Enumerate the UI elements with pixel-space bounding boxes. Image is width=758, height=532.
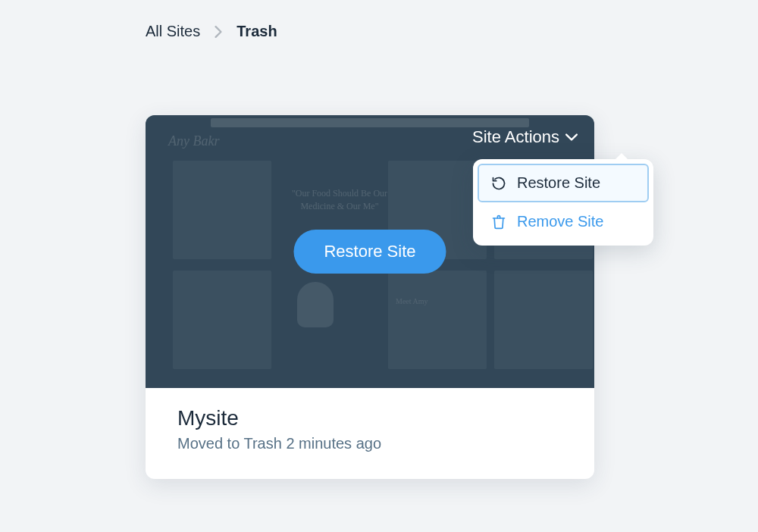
- dropdown-arrow: [614, 153, 629, 161]
- breadcrumb-current: Trash: [236, 23, 277, 40]
- chevron-down-icon: [565, 133, 578, 141]
- site-card-footer: Mysite Moved to Trash 2 minutes ago: [146, 388, 594, 474]
- undo-icon: [491, 176, 506, 191]
- site-actions-dropdown-trigger[interactable]: Site Actions: [472, 127, 578, 147]
- dropdown-remove-label: Remove Site: [517, 213, 604, 230]
- site-actions-dropdown: Restore Site Remove Site: [473, 159, 653, 246]
- trash-icon: [491, 214, 506, 230]
- breadcrumb: All Sites Trash: [146, 23, 277, 40]
- site-status: Moved to Trash 2 minutes ago: [177, 435, 565, 452]
- restore-site-button[interactable]: Restore Site: [293, 230, 446, 274]
- site-actions-label: Site Actions: [472, 127, 559, 147]
- dropdown-remove-site[interactable]: Remove Site: [478, 202, 649, 241]
- dropdown-restore-site[interactable]: Restore Site: [478, 164, 649, 202]
- site-thumbnail: Any Bakr "Our Food Should Be Our Medicin…: [146, 115, 594, 388]
- dropdown-restore-label: Restore Site: [517, 174, 600, 192]
- breadcrumb-all-sites[interactable]: All Sites: [146, 23, 200, 40]
- site-name: Mysite: [177, 406, 565, 430]
- chevron-right-icon: [214, 26, 223, 38]
